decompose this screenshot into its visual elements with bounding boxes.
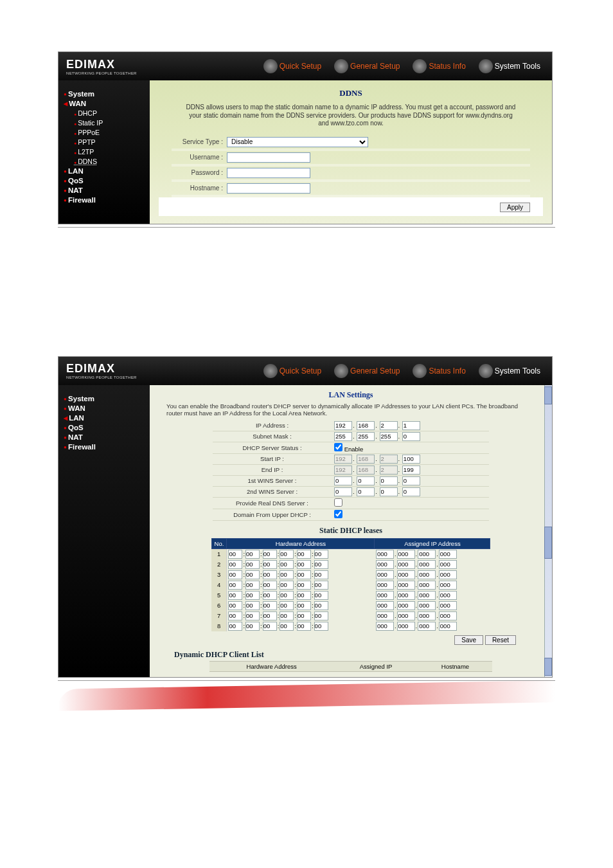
tab-system-tools[interactable]: System Tools <box>472 364 547 378</box>
mac-octet-input[interactable] <box>245 581 260 590</box>
mac-octet-input[interactable] <box>263 601 277 610</box>
lease-ip-octet-input[interactable] <box>397 581 415 590</box>
lease-ip-octet-input[interactable] <box>397 622 415 631</box>
apply-button[interactable]: Apply <box>500 203 530 212</box>
sidebar-item-lan[interactable]: LAN <box>64 414 145 422</box>
wins1-octet[interactable] <box>380 476 398 485</box>
lease-ip-octet-input[interactable] <box>418 611 436 620</box>
lease-ip-octet-input[interactable] <box>418 570 436 579</box>
lease-ip-octet-input[interactable] <box>376 550 394 559</box>
ip-octet-1[interactable] <box>334 421 352 430</box>
ip-octet-2[interactable] <box>357 421 375 430</box>
mac-octet-input[interactable] <box>245 601 260 610</box>
mac-octet-input[interactable] <box>280 570 294 579</box>
tab-status-info[interactable]: Status Info <box>406 59 472 73</box>
mac-octet-input[interactable] <box>245 611 260 620</box>
mac-octet-input[interactable] <box>228 560 242 569</box>
hostname-input[interactable] <box>227 183 310 194</box>
mac-octet-input[interactable] <box>263 560 277 569</box>
mac-octet-input[interactable] <box>314 611 328 620</box>
wins2-octet[interactable] <box>380 487 398 496</box>
tab-quick-setup[interactable]: Quick Setup <box>257 364 328 378</box>
lease-ip-octet-input[interactable] <box>397 591 415 600</box>
password-input[interactable] <box>227 168 310 178</box>
mac-octet-input[interactable] <box>297 581 311 590</box>
mac-octet-input[interactable] <box>228 550 242 559</box>
sidebar-item-lan[interactable]: LAN <box>64 167 145 175</box>
sidebar-item-pptp[interactable]: PPTP <box>64 138 145 146</box>
end-ip-octet-4[interactable] <box>402 466 420 475</box>
mac-octet-input[interactable] <box>228 622 242 631</box>
mac-octet-input[interactable] <box>314 570 328 579</box>
sidebar-item-wan[interactable]: WAN <box>64 100 145 107</box>
sidebar-item-system[interactable]: System <box>64 395 145 402</box>
lease-ip-octet-input[interactable] <box>439 622 457 631</box>
sidebar-item-nat[interactable]: NAT <box>64 186 145 194</box>
mac-octet-input[interactable] <box>263 581 277 590</box>
sidebar-item-nat[interactable]: NAT <box>64 433 145 441</box>
mac-octet-input[interactable] <box>245 560 260 569</box>
mask-octet-2[interactable] <box>357 432 375 441</box>
mask-octet-1[interactable] <box>334 432 352 441</box>
mac-octet-input[interactable] <box>280 591 294 600</box>
mac-octet-input[interactable] <box>297 611 311 620</box>
lease-ip-octet-input[interactable] <box>439 611 457 620</box>
mac-octet-input[interactable] <box>263 550 277 559</box>
tab-status-info[interactable]: Status Info <box>406 364 472 378</box>
mac-octet-input[interactable] <box>297 550 311 559</box>
start-ip-octet-4[interactable] <box>402 455 420 464</box>
sidebar-item-firewall[interactable]: Firewall <box>64 443 145 451</box>
lease-ip-octet-input[interactable] <box>439 570 457 579</box>
lease-ip-octet-input[interactable] <box>397 611 415 620</box>
wins2-octet[interactable] <box>334 487 352 496</box>
mac-octet-input[interactable] <box>263 591 277 600</box>
wins2-octet[interactable] <box>402 487 420 496</box>
mac-octet-input[interactable] <box>245 622 260 631</box>
sidebar-item-qos[interactable]: QoS <box>64 177 145 185</box>
lease-ip-octet-input[interactable] <box>418 581 436 590</box>
upper-dhcp-checkbox[interactable] <box>334 510 342 518</box>
mac-octet-input[interactable] <box>228 591 242 600</box>
mac-octet-input[interactable] <box>280 550 294 559</box>
lease-ip-octet-input[interactable] <box>418 591 436 600</box>
mac-octet-input[interactable] <box>228 611 242 620</box>
scroll-down-icon[interactable] <box>544 658 552 676</box>
mac-octet-input[interactable] <box>245 570 260 579</box>
wins2-octet[interactable] <box>357 487 375 496</box>
mac-octet-input[interactable] <box>245 550 260 559</box>
tab-system-tools[interactable]: System Tools <box>472 59 547 73</box>
sidebar-item-ddns[interactable]: DDNS <box>64 158 145 165</box>
real-dns-checkbox[interactable] <box>334 498 342 507</box>
mask-octet-3[interactable] <box>380 432 398 441</box>
mac-octet-input[interactable] <box>297 601 311 610</box>
mac-octet-input[interactable] <box>314 550 328 559</box>
lease-ip-octet-input[interactable] <box>376 591 394 600</box>
mac-octet-input[interactable] <box>297 591 311 600</box>
ip-octet-3[interactable] <box>380 421 398 430</box>
mac-octet-input[interactable] <box>280 611 294 620</box>
lease-ip-octet-input[interactable] <box>376 581 394 590</box>
mac-octet-input[interactable] <box>280 581 294 590</box>
scrollbar-thumb[interactable] <box>544 527 552 559</box>
sidebar-item-wan[interactable]: WAN <box>64 404 145 412</box>
mac-octet-input[interactable] <box>314 601 328 610</box>
lease-ip-octet-input[interactable] <box>439 581 457 590</box>
tab-general-setup[interactable]: General Setup <box>328 364 406 378</box>
sidebar-item-l2tp[interactable]: L2TP <box>64 148 145 156</box>
scrollbar-track[interactable] <box>544 385 552 677</box>
wins1-octet[interactable] <box>357 476 375 485</box>
mac-octet-input[interactable] <box>280 560 294 569</box>
mac-octet-input[interactable] <box>280 601 294 610</box>
lease-ip-octet-input[interactable] <box>376 622 394 631</box>
sidebar-item-firewall[interactable]: Firewall <box>64 196 145 204</box>
mac-octet-input[interactable] <box>228 601 242 610</box>
sidebar-item-system[interactable]: System <box>64 90 145 98</box>
tab-quick-setup[interactable]: Quick Setup <box>257 59 328 73</box>
mac-octet-input[interactable] <box>314 581 328 590</box>
mac-octet-input[interactable] <box>263 622 277 631</box>
mac-octet-input[interactable] <box>314 591 328 600</box>
lease-ip-octet-input[interactable] <box>397 550 415 559</box>
wins1-octet[interactable] <box>402 476 420 485</box>
lease-ip-octet-input[interactable] <box>439 550 457 559</box>
lease-ip-octet-input[interactable] <box>439 601 457 610</box>
